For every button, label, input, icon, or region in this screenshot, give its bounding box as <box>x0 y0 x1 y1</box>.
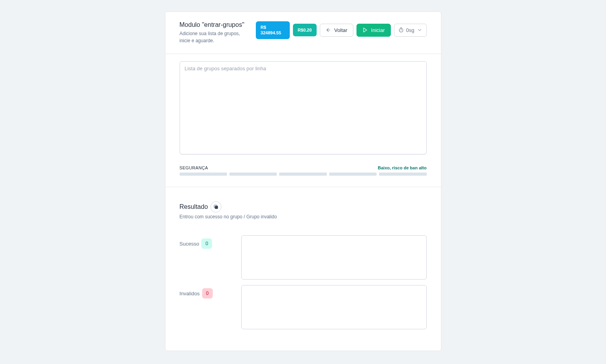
security-value: Baixo, risco de ban alto <box>378 165 426 170</box>
invalid-box[interactable] <box>241 285 427 329</box>
header: Modulo "entrar-grupos" Adicione sua list… <box>165 12 441 54</box>
meter-segment <box>329 173 377 176</box>
success-box[interactable] <box>241 235 427 280</box>
result-title: Resultado <box>180 203 208 210</box>
invalid-label: Invalidos <box>180 291 200 296</box>
input-section: SEGURANÇA Baixo, risco de ban alto <box>165 54 441 187</box>
timer-select-value: 0sg <box>406 27 415 33</box>
svg-rect-5 <box>215 206 218 209</box>
module-card: Modulo "entrar-grupos" Adicione sua list… <box>165 11 441 351</box>
security-row: SEGURANÇA Baixo, risco de ban alto <box>180 165 427 170</box>
groups-textarea[interactable] <box>180 61 427 154</box>
success-row: Sucesso 0 <box>180 235 427 280</box>
success-count-badge: 0 <box>201 238 212 249</box>
page-title: Modulo "entrar-grupos" <box>180 21 251 28</box>
invalid-count-badge: 0 <box>202 288 213 298</box>
meter-segment <box>229 173 277 176</box>
copy-icon <box>213 204 219 210</box>
play-icon <box>362 27 368 33</box>
back-button[interactable]: Voltar <box>320 24 353 37</box>
copy-button[interactable] <box>210 201 221 212</box>
back-button-label: Voltar <box>334 27 347 33</box>
result-header: Resultado <box>180 201 427 212</box>
result-section: Resultado Entrou com sucesso no grupo / … <box>165 187 441 351</box>
stopwatch-icon <box>398 27 404 33</box>
result-subtitle: Entrou com sucesso no grupo / Grupo inva… <box>180 214 427 220</box>
price-badge: R$0.20 <box>293 24 316 36</box>
header-left: Modulo "entrar-grupos" Adicione sua list… <box>180 21 256 44</box>
security-label: SEGURANÇA <box>180 165 208 170</box>
svg-marker-1 <box>364 28 367 32</box>
page-subtitle: Adicione sua lista de grupos, inicie e a… <box>180 30 251 44</box>
balance-badge: R$ 324894.55 <box>256 21 290 39</box>
start-button[interactable]: Iniciar <box>356 24 391 37</box>
chevron-down-icon <box>417 27 422 33</box>
success-left: Sucesso 0 <box>180 235 236 249</box>
meter-segment <box>279 173 326 176</box>
header-actions: R$ 324894.55 R$0.20 Voltar Iniciar 0sg <box>256 21 426 39</box>
invalid-row: Invalidos 0 <box>180 285 427 329</box>
meter-segment <box>180 173 227 176</box>
meter-segment <box>379 173 426 176</box>
timer-select[interactable]: 0sg <box>394 24 427 37</box>
security-meter <box>180 173 427 176</box>
success-label: Sucesso <box>180 241 199 247</box>
arrow-left-icon <box>326 27 331 33</box>
start-button-label: Iniciar <box>371 27 385 33</box>
invalid-left: Invalidos 0 <box>180 285 236 298</box>
